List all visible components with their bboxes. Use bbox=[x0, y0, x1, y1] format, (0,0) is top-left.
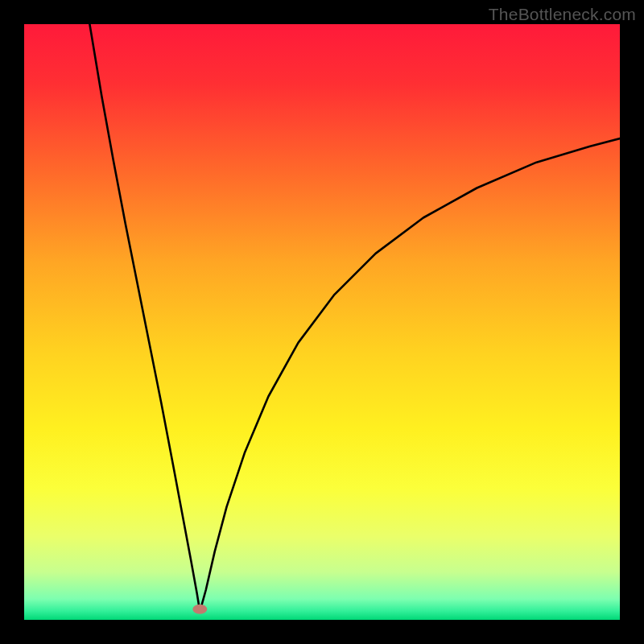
watermark-text: TheBottleneck.com bbox=[489, 5, 636, 24]
plot-area bbox=[24, 24, 620, 620]
series-right-branch bbox=[200, 138, 620, 612]
chart-frame: TheBottleneck.com bbox=[0, 0, 644, 644]
chart-curves bbox=[24, 24, 620, 620]
series-left-branch bbox=[89, 24, 200, 612]
marker-dot bbox=[192, 605, 207, 614]
